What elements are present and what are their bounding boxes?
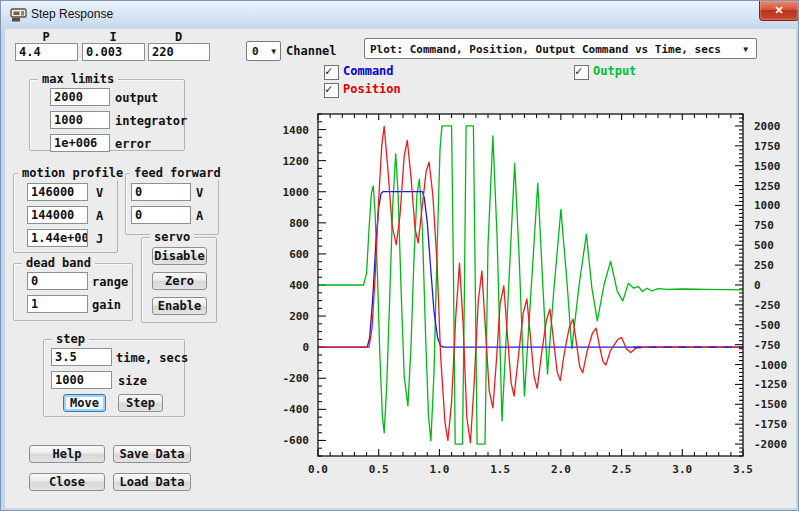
servo-disable-button[interactable]: Disable [152,247,207,265]
max-output-label: output [115,91,158,105]
motion-a-label: A [96,209,103,223]
svg-text:1.5: 1.5 [490,463,510,476]
svg-text:-2000: -2000 [754,438,787,451]
svg-text:2.5: 2.5 [612,463,632,476]
output-checkbox-label: Output [593,64,636,78]
i-input[interactable] [82,43,145,61]
svg-text:250: 250 [754,259,774,272]
step-size-label: size [118,374,147,388]
svg-text:750: 750 [754,219,774,232]
servo-title: servo [150,230,194,244]
svg-text:0: 0 [302,341,309,354]
close-button[interactable]: Close [29,473,105,491]
max-limits-group: max limits output integrator error [29,79,185,151]
svg-text:-500: -500 [754,319,781,332]
motion-v-input[interactable] [27,183,88,201]
deadband-range-label: range [92,275,128,289]
output-checkbox[interactable]: ✓ [574,65,589,80]
ff-v-input[interactable] [131,183,191,201]
command-checkbox-label: Command [343,64,394,78]
deadband-gain-label: gain [92,298,121,312]
dead-band-title: dead band [22,256,95,270]
svg-text:500: 500 [754,239,774,252]
motion-j-label: J [96,232,103,246]
d-input[interactable] [148,43,210,61]
svg-text:-400: -400 [283,403,310,416]
max-error-label: error [115,137,151,151]
step-response-window: Step Response ✕ P I D 0 ▼ Channel Plot: … [0,0,799,511]
chevron-down-icon: ▼ [743,45,748,54]
svg-text:-1750: -1750 [754,418,787,431]
app-icon [10,6,27,23]
svg-text:600: 600 [289,248,309,261]
position-checkbox-label: Position [343,82,401,96]
save-data-button[interactable]: Save Data [113,445,191,463]
plot-mode-select[interactable]: Plot: Command, Position, Output Command … [364,38,757,59]
servo-zero-button[interactable]: Zero [152,272,207,290]
svg-text:0.0: 0.0 [308,463,328,476]
svg-text:0: 0 [754,279,761,292]
title-bar[interactable]: Step Response ✕ [1,1,799,29]
check-icon: ✓ [325,82,332,96]
ff-v-label: V [196,186,203,200]
svg-text:0.5: 0.5 [369,463,389,476]
feed-forward-title: feed forward [130,166,225,180]
svg-text:3.0: 3.0 [672,463,692,476]
command-checkbox[interactable]: ✓ [324,65,339,80]
max-error-input[interactable] [50,134,110,152]
svg-text:-1250: -1250 [754,378,787,391]
step-group: step time, secs size Move Step [43,339,185,417]
motion-a-input[interactable] [27,206,88,224]
position-checkbox[interactable]: ✓ [324,83,339,98]
move-button[interactable]: Move [63,394,106,412]
svg-text:2.0: 2.0 [551,463,571,476]
svg-text:1400: 1400 [283,124,310,137]
help-button[interactable]: Help [29,445,105,463]
svg-text:-1000: -1000 [754,359,787,372]
close-icon: ✕ [774,4,783,16]
servo-group: servo Disable Zero Enable [141,237,217,323]
channel-select[interactable]: 0 ▼ [246,41,281,61]
svg-text:1000: 1000 [283,186,310,199]
svg-text:1200: 1200 [283,155,310,168]
feed-forward-group: feed forward V A [125,173,219,235]
close-window-button[interactable]: ✕ [759,1,799,21]
load-data-button[interactable]: Load Data [113,473,191,491]
i-label: I [82,30,144,44]
svg-text:-600: -600 [283,434,310,447]
servo-enable-button[interactable]: Enable [152,297,207,315]
max-integrator-input[interactable] [50,111,110,129]
step-response-chart: 0.00.51.01.52.02.53.03.5-600-400-2000200… [271,104,799,482]
svg-text:1000: 1000 [754,199,781,212]
svg-text:-1500: -1500 [754,398,787,411]
plot-mode-value: Plot: Command, Position, Output Command … [370,43,721,56]
motion-v-label: V [96,186,103,200]
step-time-input[interactable] [51,348,112,366]
window-title: Step Response [31,7,113,21]
motion-profile-title: motion profile [18,166,127,180]
svg-text:200: 200 [289,310,309,323]
channel-label: Channel [286,44,337,58]
step-time-label: time, secs [116,351,188,365]
max-limits-title: max limits [38,72,118,86]
motion-j-input[interactable] [27,229,88,247]
max-integrator-label: integrator [115,114,187,128]
svg-text:-200: -200 [283,372,310,385]
max-output-input[interactable] [50,88,110,106]
step-size-input[interactable] [51,371,112,389]
dead-band-group: dead band range gain [13,263,133,321]
d-label: D [148,30,209,44]
deadband-gain-input[interactable] [27,295,88,313]
ff-a-input[interactable] [131,206,191,224]
motion-profile-group: motion profile V A J [13,173,118,253]
svg-text:400: 400 [289,279,309,292]
ff-a-label: A [196,209,203,223]
svg-text:2000: 2000 [754,120,781,133]
check-icon: ✓ [575,64,582,78]
p-input[interactable] [15,43,78,61]
svg-text:1500: 1500 [754,160,781,173]
svg-text:3.5: 3.5 [733,463,753,476]
p-label: P [15,30,77,44]
deadband-range-input[interactable] [27,272,88,290]
step-button[interactable]: Step [118,394,163,412]
